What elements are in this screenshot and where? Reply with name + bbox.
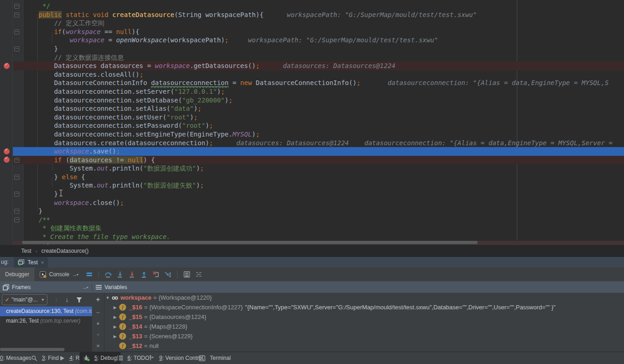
thread-row: ✓ "main"@... ▼ ↑ ↓ <box>0 293 92 307</box>
fold-marker-icon[interactable] <box>14 12 19 17</box>
step-into-button[interactable] <box>115 269 126 280</box>
statusbar-item-terminal[interactable]: Terminal <box>195 352 234 364</box>
code-token: datasources.create(datasourceconnection) <box>23 139 209 147</box>
fold-marker-icon[interactable] <box>14 46 19 51</box>
step-over-button[interactable] <box>103 269 114 280</box>
code-token: "数据源创建失败" <box>143 182 196 189</box>
code-token: ) <box>190 114 193 121</box>
code-line: if(workspace == null){ <box>0 28 624 36</box>
ide-window: */ public static void createDatasource(S… <box>0 0 624 364</box>
expanded-icon[interactable]: ▼ <box>105 296 110 300</box>
evaluate-expression-button[interactable] <box>181 269 192 280</box>
restore-layout-button[interactable] <box>193 269 204 280</box>
code-token: .getDatasources() <box>190 62 255 69</box>
collapsed-icon[interactable]: ▶ <box>113 305 117 310</box>
debug-toolbar: Debugger ? Console →▪ <box>0 267 624 281</box>
equals-sign: = <box>144 313 148 320</box>
code-line: datasources.create(datasourceconnection)… <box>0 139 624 148</box>
variable-row[interactable]: f_$12=null <box>104 341 624 351</box>
code-token: datasourceconnection.setEngineType(Engin… <box>23 131 232 138</box>
fold-marker-icon[interactable] <box>14 4 19 9</box>
collapsed-icon[interactable]: ▶ <box>113 324 117 329</box>
watches-toolbar: + − ▲ ▼ » <box>92 293 104 352</box>
force-step-into-button[interactable] <box>127 269 138 280</box>
move-down-button[interactable]: ▼ <box>92 332 104 337</box>
inline-debug-hint: workspacePath: "G:/SuperMap/mould/test/t… <box>264 11 477 18</box>
code-line: } <box>0 190 624 199</box>
code-line: if (datasources != null) { <box>0 156 624 165</box>
variable-name: _$15 <box>129 313 142 320</box>
variable-row[interactable]: ▼ooworkspace={Workspace@1220} <box>104 293 624 302</box>
breadcrumb-class[interactable]: Test <box>21 248 31 254</box>
variable-value: {Maps@1228} <box>150 323 188 330</box>
frame-row[interactable]: main:26, Test (com.top.server) <box>0 316 92 326</box>
move-up-button[interactable]: ▲ <box>92 320 104 325</box>
code-token: workspace <box>69 36 104 44</box>
breadcrumb-method[interactable]: createDatasource() <box>41 248 89 254</box>
close-icon[interactable]: × <box>41 260 44 265</box>
code-token: ; <box>139 71 143 78</box>
frames-title: Frames <box>12 284 31 290</box>
add-watch-button[interactable]: + <box>92 296 104 304</box>
breakpoint-icon[interactable]: ✓ <box>4 63 10 69</box>
collapsed-icon[interactable]: ▶ <box>113 334 117 339</box>
fold-marker-icon[interactable] <box>14 29 19 34</box>
statusbar-item-label: 0: Messages <box>0 355 31 361</box>
code-token: ) <box>205 122 209 129</box>
run-to-cursor-button[interactable] <box>162 269 173 280</box>
code-token: System. <box>23 165 97 172</box>
step-out-button[interactable] <box>139 269 150 280</box>
fold-marker-icon[interactable] <box>14 175 19 180</box>
code-token: ; <box>200 165 204 172</box>
code-token <box>108 11 112 18</box>
code-token: == <box>101 28 116 35</box>
code-token <box>62 11 65 18</box>
tab-console[interactable]: ? Console →▪ <box>35 267 83 281</box>
frames-horizontal-scrollbar[interactable] <box>0 348 64 351</box>
code-token: ; <box>256 131 260 138</box>
variable-row[interactable]: ▶f_$16={WorkspaceConnectionInfo@1227}"{N… <box>104 302 624 312</box>
thread-dropdown[interactable]: ✓ "main"@... ▼ <box>2 294 47 305</box>
breakpoint-icon[interactable]: ✓ <box>4 148 10 154</box>
code-token: ; <box>209 139 213 147</box>
code-token: void <box>93 11 109 18</box>
code-token: datasourceconnection.setPassword( <box>23 122 182 129</box>
code-token <box>23 36 69 44</box>
more-watches-button[interactable]: » <box>92 342 104 349</box>
code-token: .println( <box>108 165 143 172</box>
tab-debugger[interactable]: Debugger <box>0 267 35 281</box>
code-line: DatasourceConnectionInfo datasourceconne… <box>0 79 624 87</box>
code-token: // 定义数据源连接信息 <box>23 54 124 61</box>
code-line: // 定义数据源连接信息 <box>0 53 624 62</box>
variable-row[interactable]: ▶f_$15={Datasources@1224} <box>104 312 624 322</box>
variable-row[interactable]: ▶f_$13={Scenes@1229} <box>104 331 624 341</box>
pin-icon[interactable]: →▪ <box>72 272 78 277</box>
frame-up-button[interactable]: ↑ <box>55 296 58 303</box>
thread-status-icon: ✓ <box>5 297 9 303</box>
editor-horizontal-scrollbar[interactable] <box>22 241 478 244</box>
tab-test-label: Test <box>28 259 38 266</box>
remove-watch-button[interactable]: − <box>92 308 104 316</box>
pin-icon[interactable]: →▪ <box>82 284 88 290</box>
code-line: System.out.println("数据源创建成功"); <box>0 164 624 173</box>
fold-marker-icon[interactable] <box>14 217 19 222</box>
variable-value: {Scenes@1229} <box>150 333 193 340</box>
frame-down-button[interactable]: ↓ <box>65 296 69 303</box>
tab-test[interactable]: Test × <box>14 257 48 267</box>
show-execution-point-button[interactable] <box>84 269 95 280</box>
fold-marker-icon[interactable] <box>14 158 19 163</box>
fold-marker-icon[interactable] <box>14 192 19 197</box>
menu-icon[interactable] <box>96 284 102 290</box>
code-token <box>23 148 54 155</box>
code-line: datasourceconnection.setServer("127.0.0.… <box>0 87 624 96</box>
code-editor[interactable]: */ public static void createDatasource(S… <box>0 0 624 245</box>
collapsed-icon[interactable]: ▶ <box>113 315 117 319</box>
filter-icon[interactable] <box>76 297 82 303</box>
code-token: ; <box>200 182 204 189</box>
frame-row[interactable]: createDatasource:130, Test (com.top.serv… <box>0 307 92 316</box>
toolbar-separator <box>177 271 178 278</box>
drop-frame-button[interactable] <box>150 269 162 280</box>
equals-sign: = <box>144 323 148 330</box>
fold-marker-icon[interactable] <box>14 209 19 214</box>
variable-row[interactable]: ▶f_$14={Maps@1228} <box>104 322 624 331</box>
